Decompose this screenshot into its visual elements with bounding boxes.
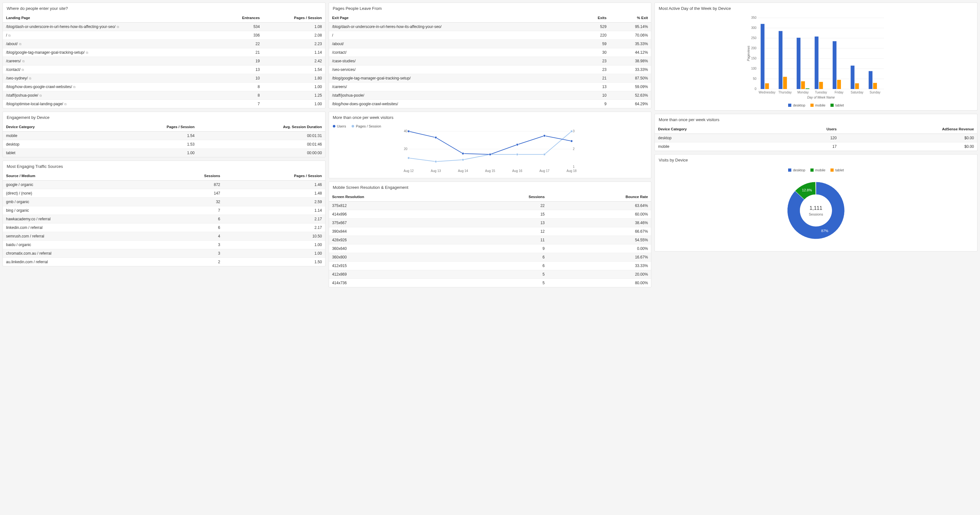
- table-row[interactable]: /blog/google-tag-manager-goal-tracking-s…: [329, 74, 651, 82]
- table-row[interactable]: /blog/optimise-local-landing-page/⧉71.00: [3, 100, 325, 108]
- col-header[interactable]: Avg. Session Duration: [197, 122, 325, 132]
- table-row[interactable]: 412x915633.33%: [329, 261, 651, 270]
- col-header[interactable]: % Exit: [609, 13, 651, 22]
- cell-label: /about/: [329, 40, 578, 48]
- card-weekly-visitors-chart: More than once per week visitors Users P…: [329, 112, 652, 178]
- table-row[interactable]: 414x8961560.00%: [329, 210, 651, 219]
- table-row[interactable]: 375x8122263.64%: [329, 201, 651, 210]
- svg-text:40: 40: [404, 129, 407, 133]
- table-row[interactable]: /careers/⧉192.42: [3, 57, 325, 65]
- cell-value: 17: [781, 143, 840, 151]
- table-row[interactable]: /staff/joshua-poole/⧉81.25: [3, 91, 325, 100]
- legend-label: Users: [337, 124, 346, 128]
- col-header[interactable]: Screen Resolution: [329, 192, 468, 201]
- table-row[interactable]: /22070.06%: [329, 31, 651, 40]
- external-link-icon[interactable]: ⧉: [19, 42, 21, 46]
- table-row[interactable]: mobile1.5400:01:31: [3, 132, 325, 140]
- table-row[interactable]: chromatix.com.au / referral31.00: [3, 249, 325, 258]
- cell-value: 1.25: [263, 91, 325, 100]
- table-row[interactable]: /careers/1359.09%: [329, 82, 651, 91]
- table-row[interactable]: baidu / organic31.00: [3, 241, 325, 249]
- col-header[interactable]: Bounce Rate: [548, 192, 651, 201]
- col-header[interactable]: Entrances: [219, 13, 263, 22]
- cell-value: 8: [219, 91, 263, 100]
- table-row[interactable]: 414x736580.00%: [329, 279, 651, 287]
- table-row[interactable]: semrush.com / referral410.50: [3, 232, 325, 241]
- table-row[interactable]: /blog/how-does-google-crawl-websites/⧉81…: [3, 82, 325, 91]
- table-row[interactable]: /blog/dash-or-underscore-in-url-heres-ho…: [329, 22, 651, 31]
- table-row[interactable]: /seo-sydney/⧉101.80: [3, 74, 325, 82]
- table-row[interactable]: desktop120$0.00: [655, 134, 977, 143]
- table-row[interactable]: /contact/3044.12%: [329, 48, 651, 57]
- external-link-icon[interactable]: ⧉: [29, 77, 31, 80]
- svg-point-7: [407, 157, 409, 159]
- external-link-icon[interactable]: ⧉: [64, 102, 67, 106]
- svg-point-20: [570, 140, 573, 142]
- external-link-icon[interactable]: ⧉: [86, 51, 88, 54]
- cell-value: 38.98%: [609, 57, 651, 65]
- col-header[interactable]: AdSense Revenue: [840, 125, 977, 134]
- table-row[interactable]: desktop1.5300:01:46: [3, 140, 325, 149]
- table-row[interactable]: (direct) / (none)1471.48: [3, 189, 325, 198]
- table-row[interactable]: /contact/⧉131.54: [3, 65, 325, 74]
- col-header[interactable]: Sessions: [157, 171, 223, 181]
- external-link-icon[interactable]: ⧉: [117, 25, 119, 29]
- table-row[interactable]: /seo-services/2333.33%: [329, 65, 651, 74]
- table-row[interactable]: /blog/google-tag-manager-goal-tracking-s…: [3, 48, 325, 57]
- cell-value: 872: [157, 181, 223, 189]
- table-row[interactable]: mobile17$0.00: [655, 143, 977, 151]
- col-header[interactable]: Exit Page: [329, 13, 578, 22]
- col-header[interactable]: Pages / Session: [263, 13, 325, 22]
- col-header[interactable]: Pages / Session: [102, 122, 198, 132]
- external-link-icon[interactable]: ⧉: [40, 94, 42, 97]
- table-row[interactable]: hawkacademy.co / referral62.17: [3, 215, 325, 223]
- table-row[interactable]: /blog/dash-or-underscore-in-url-heres-ho…: [3, 22, 325, 31]
- table-row[interactable]: /about/⧉222.23: [3, 40, 325, 48]
- col-header[interactable]: Landing Page: [3, 13, 219, 22]
- cell-value: 1.14: [263, 48, 325, 57]
- table-row[interactable]: 428x9261154.55%: [329, 236, 651, 244]
- col-header[interactable]: Users: [781, 125, 840, 134]
- col-header[interactable]: Exits: [577, 13, 609, 22]
- table-row[interactable]: tablet1.0000:00:00: [3, 149, 325, 157]
- svg-point-12: [543, 153, 546, 155]
- col-header[interactable]: Sessions: [467, 192, 547, 201]
- table-row[interactable]: 360x800616.67%: [329, 253, 651, 261]
- table-row[interactable]: linkedin.com / referral62.17: [3, 223, 325, 232]
- col-header[interactable]: Pages / Session: [223, 171, 325, 181]
- svg-point-17: [489, 153, 491, 155]
- table-row[interactable]: gmb / organic322.59: [3, 198, 325, 206]
- col-header[interactable]: Device Category: [655, 125, 781, 134]
- cell-value: 2.23: [263, 40, 325, 48]
- cell-value: 2.59: [223, 198, 325, 206]
- cell-label: semrush.com / referral: [3, 232, 157, 241]
- table-row[interactable]: 360x64090.00%: [329, 244, 651, 253]
- cell-value: 7: [157, 206, 223, 215]
- external-link-icon[interactable]: ⧉: [73, 85, 75, 89]
- card-engagement-device: Engagement by Device Device Category Pag…: [3, 112, 326, 157]
- table-row[interactable]: /staff/joshua-poole/1052.63%: [329, 91, 651, 100]
- external-link-icon[interactable]: ⧉: [22, 59, 24, 63]
- cell-value: 1.00: [102, 149, 198, 157]
- cell-label: desktop: [655, 134, 781, 143]
- table-row[interactable]: 390x8441266.67%: [329, 227, 651, 236]
- table-row[interactable]: bing / organic71.14: [3, 206, 325, 215]
- table-row[interactable]: /blog/how-does-google-crawl-websites/964…: [329, 100, 651, 108]
- table-row[interactable]: /about/5935.33%: [329, 40, 651, 48]
- svg-text:200: 200: [751, 46, 757, 50]
- svg-point-11: [516, 153, 518, 155]
- cell-label: /: [329, 31, 578, 40]
- table-row[interactable]: 412x869520.00%: [329, 270, 651, 279]
- table-row[interactable]: au.linkedin.com / referral21.50: [3, 258, 325, 266]
- col-header[interactable]: Source / Medium: [3, 171, 157, 181]
- table-row[interactable]: 375x6671338.46%: [329, 219, 651, 227]
- table-row[interactable]: google / organic8721.46: [3, 181, 325, 189]
- external-link-icon[interactable]: ⧉: [22, 68, 24, 71]
- column-left: Where do people enter your site? Landing…: [3, 3, 326, 266]
- col-header[interactable]: Device Category: [3, 122, 102, 132]
- table-row[interactable]: /⧉3362.08: [3, 31, 325, 40]
- table-row[interactable]: /case-studies/2338.98%: [329, 57, 651, 65]
- external-link-icon[interactable]: ⧉: [8, 34, 11, 37]
- svg-text:Friday: Friday: [835, 90, 843, 94]
- cell-value: 0.00%: [548, 244, 651, 253]
